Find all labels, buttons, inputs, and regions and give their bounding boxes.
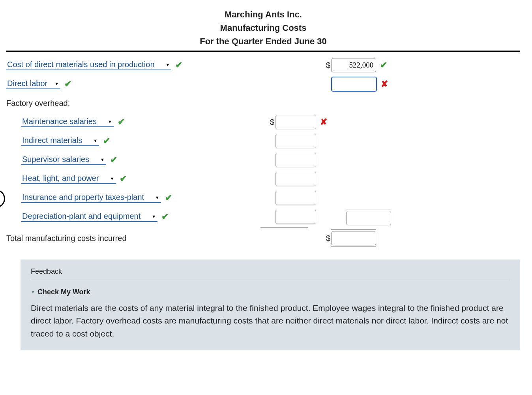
dropdown-heat-light-power[interactable]: Heat, light, and power ▼ [21, 174, 116, 184]
currency-symbol: $ [326, 234, 330, 243]
cross-icon: ✘ [320, 117, 327, 127]
caret-down-icon: ▼ [93, 138, 97, 143]
input-direct-labor-amount[interactable] [331, 77, 377, 92]
feedback-panel: Feedback ▼ Check My Work Direct material… [21, 260, 520, 350]
dropdown-insurance-property-taxes[interactable]: Insurance and property taxes-plant ▼ [21, 193, 161, 203]
feedback-divider [31, 280, 510, 280]
triangle-down-icon: ▼ [31, 290, 35, 294]
cross-icon: ✘ [381, 79, 388, 89]
dropdown-indirect-materials[interactable]: Indirect materials ▼ [21, 136, 99, 146]
dropdown-direct-labor[interactable]: Direct labor ▼ [6, 79, 60, 89]
row-direct-materials: Cost of direct materials used in product… [6, 56, 520, 75]
caret-down-icon: ▼ [166, 62, 170, 67]
dropdown-label: Insurance and property taxes-plant [22, 193, 144, 202]
caret-down-icon: ▼ [152, 214, 156, 219]
overhead-subtotal-wrap [346, 209, 391, 225]
worksheet: Marching Ants Inc. Manufacturing Costs F… [0, 0, 532, 350]
check-my-work-label: Check My Work [37, 288, 90, 296]
dropdown-label: Direct labor [7, 79, 47, 88]
row-overhead-insurance: Insurance and property taxes-plant ▼ ✔ $ [6, 188, 520, 207]
check-icon: ✔ [165, 193, 172, 203]
input-total-amount[interactable] [331, 231, 376, 245]
dropdown-supervisor-salaries[interactable]: Supervisor salaries ▼ [21, 155, 106, 165]
row-factory-overhead-label: Factory overhead: [6, 94, 520, 113]
total-label: Total manufacturing costs incurred [6, 234, 127, 243]
dropdown-label: Cost of direct materials used in product… [7, 60, 155, 69]
input-supervisor-amount[interactable] [275, 153, 316, 167]
company-name: Marching Ants Inc. [6, 8, 520, 21]
row-overhead-maintenance: Maintenance salaries ▼ ✔ $ ✘ [6, 113, 520, 132]
input-heat-light-power-amount[interactable] [275, 172, 316, 186]
check-icon: ✔ [118, 117, 125, 127]
row-overhead-indirect-materials: Indirect materials ▼ ✔ $ [6, 132, 520, 150]
input-depreciation-amount[interactable] [275, 210, 316, 224]
report-period: For the Quarter Ended June 30 [6, 35, 520, 48]
input-indirect-materials-amount[interactable] [275, 134, 316, 148]
feedback-text: Direct materials are the costs of any ma… [31, 302, 510, 340]
dropdown-label: Depreciation-plant and equipment [22, 212, 140, 221]
row-overhead-supervisor: Supervisor salaries ▼ ✔ $ [6, 150, 520, 169]
check-icon: ✔ [175, 60, 182, 70]
caret-down-icon: ▼ [108, 119, 112, 124]
check-icon: ✔ [161, 212, 169, 222]
caret-down-icon: ▼ [155, 195, 159, 200]
dropdown-label: Heat, light, and power [22, 174, 99, 183]
check-icon: ✔ [110, 155, 117, 165]
header-divider [6, 51, 520, 52]
dropdown-maintenance-salaries[interactable]: Maintenance salaries ▼ [21, 117, 114, 127]
check-icon: ✔ [64, 79, 71, 89]
dropdown-label: Maintenance salaries [22, 117, 97, 126]
total-wrap [331, 229, 376, 247]
row-overhead-depreciation: Depreciation-plant and equipment ▼ ✔ $ $ [6, 207, 520, 226]
input-overhead-subtotal[interactable] [346, 211, 391, 225]
row-overhead-heat-light-power: Heat, light, and power ▼ ✔ $ [6, 169, 520, 188]
input-maintenance-amount[interactable] [275, 115, 316, 129]
input-insurance-amount[interactable] [275, 191, 316, 205]
report-header: Marching Ants Inc. Manufacturing Costs F… [6, 8, 520, 48]
factory-overhead-label: Factory overhead: [6, 99, 70, 108]
caret-down-icon: ▼ [54, 81, 59, 86]
check-icon: ✔ [380, 60, 387, 70]
check-icon: ✔ [103, 136, 110, 146]
currency-symbol: $ [326, 61, 330, 70]
currency-symbol: $ [270, 118, 274, 127]
caret-down-icon: ▼ [110, 176, 114, 181]
row-total: Total manufacturing costs incurred $ [6, 229, 520, 248]
report-title: Manufacturing Costs [6, 21, 520, 35]
check-icon: ✔ [120, 174, 127, 184]
dropdown-depreciation[interactable]: Depreciation-plant and equipment ▼ [21, 212, 157, 222]
check-my-work-toggle[interactable]: ▼ Check My Work [31, 288, 90, 296]
caret-down-icon: ▼ [100, 157, 105, 162]
dropdown-label: Indirect materials [22, 136, 82, 145]
row-direct-labor: Direct labor ▼ ✔ $ ✘ [6, 75, 520, 94]
subtotal-rule [260, 228, 308, 228]
feedback-title: Feedback [31, 267, 510, 276]
dropdown-direct-materials[interactable]: Cost of direct materials used in product… [6, 60, 171, 70]
dropdown-label: Supervisor salaries [22, 155, 89, 164]
input-direct-materials-amount[interactable] [331, 58, 376, 72]
